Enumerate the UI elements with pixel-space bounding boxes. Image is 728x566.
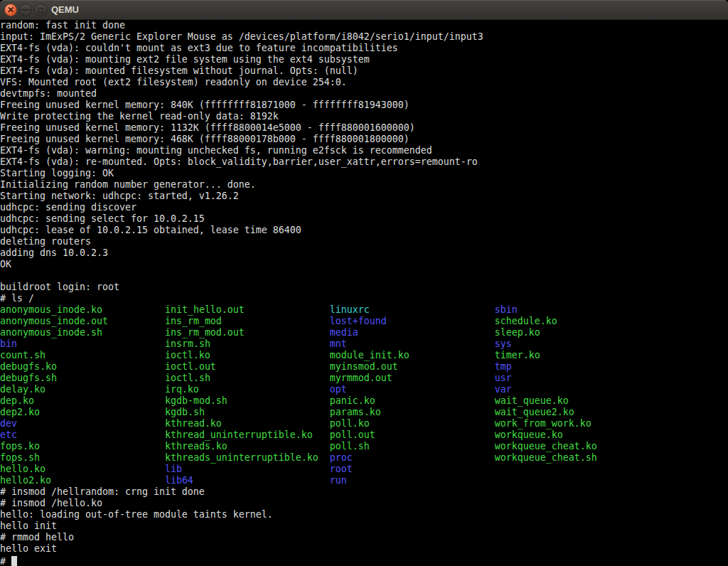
ls-entry-file: ioctl.out [165,361,216,372]
terminal-line: udhcpc: sending discover [0,202,728,213]
ls-entry-dir: usr [495,373,512,383]
terminal-text [398,361,495,372]
ls-entry-file: fops.ko [0,441,40,452]
terminal-text [347,338,495,349]
terminal-line: fops.ko kthreads.ko poll.sh workqueue_ch… [0,441,728,452]
ls-entry-file: anonymous_inode.out [0,316,108,326]
terminal-text: EXT4-fs (vda): warning: mounting uncheck… [0,145,432,156]
ls-entry-dir: sbin [495,304,518,315]
ls-entry-file: count.sh [0,350,46,361]
terminal-text [46,384,165,395]
terminal-text [222,316,330,326]
ls-entry-file: schedule.ko [495,316,557,326]
terminal-text [17,418,165,429]
terminal-text: input: ImExPS/2 Generic Explorer Mouse a… [0,31,483,42]
ls-entry-dir: tmp [495,361,512,372]
terminal-text: udhcpc: lease of 10.0.2.15 obtained, lea… [0,225,301,235]
close-button[interactable]: ✕ [4,4,17,16]
terminal-line: Starting logging: OK [0,168,728,179]
ls-entry-file: kthread.ko [165,418,222,429]
terminal-line: EXT4-fs (vda): couldn't mount as ext3 du… [0,43,728,54]
terminal-text: # insmod /hello.ko [0,498,102,508]
terminal-line: hello2.ko lib64 run [0,475,728,486]
terminal-line: anonymous_inode.out ins_rm_mod lost+foun… [0,316,728,327]
terminal-line: buildroot login: root [0,282,728,293]
terminal-line: debugfs.ko ioctl.out myinsmod.out tmp [0,361,728,373]
ls-entry-file: debugfs.ko [0,361,57,372]
ls-entry-file: module_init.ko [330,350,410,361]
ls-entry-dir: dev [0,418,17,429]
ls-entry-file: workqueue.ko [495,429,563,440]
terminal-text [17,429,165,440]
terminal-line: udhcpc: sending select for 10.0.2.15 [0,213,728,225]
terminal-line: adding dns 10.0.2.3 [0,247,728,259]
ls-entry-file: dep2.ko [0,407,40,417]
ls-entry-symlink: linuxrc [330,304,370,315]
terminal-text [102,327,165,338]
terminal-line: # ls / [0,293,728,304]
terminal-text [210,338,330,349]
terminal-text: adding dns 10.0.2.3 [0,247,108,258]
ls-entry-file: ioctl.sh [165,373,210,383]
terminal-text: udhcpc: sending discover [0,202,136,213]
terminal-text [108,316,165,326]
terminal-text: Initializing random number generator... … [0,179,256,190]
terminal-output[interactable]: random: fast init doneinput: ImExPS/2 Ge… [0,20,728,566]
terminal-text [228,441,330,452]
maximize-button[interactable]: ▢ [34,4,47,16]
terminal-line: anonymous_inode.sh ins_rm_mod.out media … [0,327,728,338]
terminal-text [216,361,330,372]
ls-entry-dir: root [330,464,353,474]
ls-entry-dir: etc [0,429,17,440]
ls-entry-file: panic.ko [330,395,375,406]
terminal-text: deleting routers [0,236,91,247]
terminal-text [210,350,330,361]
terminal-text: Starting network: udhcpc: started, v1.26… [0,191,239,201]
terminal-line: udhcpc: lease of 10.0.2.15 obtained, lea… [0,225,728,236]
shell-prompt: # [0,556,11,566]
terminal-line: EXT4-fs (vda): mounting ext2 file system… [0,54,728,65]
ls-entry-dir: bin [0,338,17,349]
terminal-text [392,373,495,383]
terminal-line: # rmmod hello [0,532,728,543]
terminal-text: # ls / [0,293,34,304]
terminal-text [193,475,330,486]
ls-entry-dir: lib64 [165,475,193,486]
ls-entry-file: work_from_work.ko [495,418,592,429]
ls-entry-file: kgdb.sh [165,407,205,417]
ls-entry-file: dep.ko [0,395,34,406]
terminal-text [375,395,495,406]
terminal-line: OK [0,259,728,270]
terminal-text: devtmpfs: mounted [0,88,97,99]
terminal-text [199,384,330,395]
terminal-text [358,327,495,338]
terminal-text [46,350,165,361]
ls-entry-file: anonymous_inode.ko [0,304,102,315]
terminal-text [57,373,165,383]
terminal-text [245,327,330,338]
terminal-line: random: fast init done [0,20,728,31]
ls-entry-file: insrm.sh [165,338,210,349]
ls-entry-file: wait_queue2.ko [495,407,574,417]
terminal-text [370,418,495,429]
terminal-line: devtmpfs: mounted [0,88,728,100]
terminal-text: Starting logging: OK [0,168,114,178]
terminal-text [370,304,495,315]
minimize-button[interactable]: — [19,4,32,16]
maximize-icon: ▢ [38,6,44,14]
terminal-text [353,452,495,463]
terminal-text [40,441,165,452]
window-title: QEMU [51,0,79,20]
terminal-text [313,429,330,440]
ls-entry-file: hello.ko [0,464,46,474]
ls-entry-file: init_hello.out [165,304,245,315]
terminal-line: Write protecting the kernel read-only da… [0,111,728,122]
terminal-text: EXT4-fs (vda): couldn't mount as ext3 du… [0,43,398,53]
ls-entry-file: fops.sh [0,452,40,463]
ls-entry-dir: lost+found [330,316,387,326]
terminal-line: VFS: Mounted root (ext2 filesystem) read… [0,77,728,88]
terminal-line: bin insrm.sh mnt sys [0,338,728,350]
ls-entry-file: sleep.ko [495,327,540,338]
terminal-text: Freeing unused kernel memory: 840K (ffff… [0,100,410,110]
terminal-text: Write protecting the kernel read-only da… [0,111,279,122]
